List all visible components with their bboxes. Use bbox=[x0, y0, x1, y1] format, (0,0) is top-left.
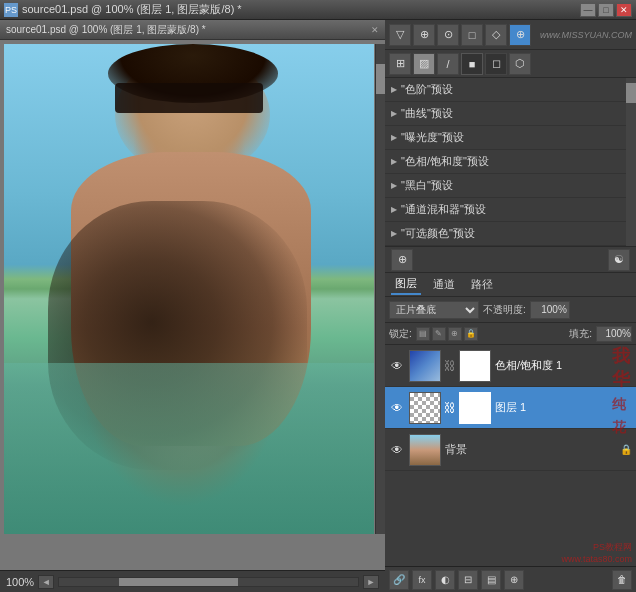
lock-icons-group: ▤ ✎ ⊕ 🔒 bbox=[416, 327, 478, 341]
lock-transparent-btn[interactable]: ▤ bbox=[416, 327, 430, 341]
canvas-wrapper[interactable] bbox=[0, 40, 385, 570]
title-bar: PS source01.psd @ 100% (图层 1, 图层蒙版/8) * … bbox=[0, 0, 636, 20]
adj-container: ▶ "色阶"预设 ▶ "曲线"预设 ▶ "曝光度"预设 ▶ "色相/饱和度"预设 bbox=[385, 78, 636, 246]
new-group-btn[interactable]: ▤ bbox=[481, 570, 501, 590]
app-icon-label: PS bbox=[5, 5, 17, 15]
tool2-6[interactable]: ⬡ bbox=[509, 53, 531, 75]
adj-item-selective-color[interactable]: ▶ "可选颜色"预设 bbox=[385, 222, 626, 246]
fill-input[interactable] bbox=[596, 326, 632, 342]
blend-mode-row: 正片叠底 正常 溶解 滤色 不透明度: bbox=[385, 297, 636, 323]
add-style-btn[interactable]: fx bbox=[412, 570, 432, 590]
adj-arrow-6: ▶ bbox=[391, 205, 397, 214]
adj-label-6: "通道混和器"预设 bbox=[401, 202, 486, 217]
layer-mask-layer1 bbox=[459, 392, 491, 424]
tool2-1[interactable]: ⊞ bbox=[389, 53, 411, 75]
tool2-4[interactable]: ■ bbox=[461, 53, 483, 75]
layer-chain-layer1: ⛓ bbox=[445, 392, 455, 424]
second-toolbar: ⊞ ▨ / ■ ◻ ⬡ bbox=[385, 50, 636, 78]
tool2-3[interactable]: / bbox=[437, 53, 459, 75]
scrollbar-thumb-v[interactable] bbox=[376, 64, 385, 94]
adj-item-hue[interactable]: ▶ "色相/饱和度"预设 bbox=[385, 150, 626, 174]
person-silhouette bbox=[4, 44, 374, 534]
maximize-button[interactable]: □ bbox=[598, 3, 614, 17]
layer-info-bg: 背景 bbox=[445, 442, 616, 457]
panel-icons-row: ⊕ ☯ bbox=[385, 247, 636, 273]
layer-info-hue: 色相/饱和度 1 bbox=[495, 358, 632, 373]
window-title: source01.psd @ 100% (图层 1, 图层蒙版/8) * bbox=[22, 2, 576, 17]
lock-move-btn[interactable]: ⊕ bbox=[448, 327, 462, 341]
adj-item-channel-mixer[interactable]: ▶ "通道混和器"预设 bbox=[385, 198, 626, 222]
adj-item-curves[interactable]: ▶ "曲线"预设 bbox=[385, 102, 626, 126]
layer-mask-hue bbox=[459, 350, 491, 382]
opacity-input[interactable] bbox=[530, 301, 570, 319]
delete-layer-btn[interactable]: 🗑 bbox=[612, 570, 632, 590]
layer-lock-icon: 🔒 bbox=[620, 443, 632, 457]
clone-tool-btn[interactable]: □ bbox=[461, 24, 483, 46]
adj-list: ▶ "色阶"预设 ▶ "曲线"预设 ▶ "曝光度"预设 ▶ "色相/饱和度"预设 bbox=[385, 78, 626, 246]
tab-paths[interactable]: 路径 bbox=[467, 275, 497, 294]
zoom-level: 100% bbox=[6, 576, 34, 588]
arrow-tool-btn[interactable]: ▽ bbox=[389, 24, 411, 46]
vertical-scrollbar[interactable] bbox=[375, 44, 385, 534]
eraser-tool-btn[interactable]: ◇ bbox=[485, 24, 507, 46]
tool2-2[interactable]: ▨ bbox=[413, 53, 435, 75]
close-button[interactable]: ✕ bbox=[616, 3, 632, 17]
adj-label-1: "色阶"预设 bbox=[401, 82, 453, 97]
horizontal-scrollbar[interactable] bbox=[58, 577, 359, 587]
layer-visibility-bg[interactable]: 👁 bbox=[389, 442, 405, 458]
lock-label: 锁定: bbox=[389, 327, 412, 341]
ps-tutorial-watermark: PS教程网 www.tatas80.com bbox=[561, 541, 632, 564]
scroll-right-button[interactable]: ► bbox=[363, 575, 379, 589]
adj-item-bw[interactable]: ▶ "黑白"预设 bbox=[385, 174, 626, 198]
status-bar: 100% ◄ ► bbox=[0, 570, 385, 592]
layer-item-background[interactable]: 👁 背景 🔒 bbox=[385, 429, 636, 471]
pen-tool-btn[interactable]: ⊕ bbox=[509, 24, 531, 46]
panel-icon-1[interactable]: ⊕ bbox=[391, 249, 413, 271]
panel-icon-2[interactable]: ☯ bbox=[608, 249, 630, 271]
layer-name-hue: 色相/饱和度 1 bbox=[495, 358, 632, 373]
adj-item-exposure[interactable]: ▶ "曝光度"预设 bbox=[385, 126, 626, 150]
photo-canvas bbox=[4, 44, 374, 534]
layer-item-layer1[interactable]: 👁 ⛓ 图层 1 bbox=[385, 387, 636, 429]
ps-watermark-line2: www.tatas80.com bbox=[561, 554, 632, 564]
adj-arrow-5: ▶ bbox=[391, 181, 397, 190]
layer-thumb-bg bbox=[409, 434, 441, 466]
fill-label: 填充: bbox=[569, 327, 592, 341]
blend-mode-select[interactable]: 正片叠底 正常 溶解 滤色 bbox=[389, 301, 479, 319]
doc-close-icon[interactable]: ✕ bbox=[371, 25, 379, 35]
layer-name-bg: 背景 bbox=[445, 442, 616, 457]
new-layer-btn[interactable]: ⊕ bbox=[504, 570, 524, 590]
h-scrollbar-thumb bbox=[119, 578, 239, 586]
tab-layers[interactable]: 图层 bbox=[391, 274, 421, 295]
layer-name-layer1: 图层 1 bbox=[495, 400, 632, 415]
top-toolbar: ▽ ⊕ ⊙ □ ◇ ⊕ www.MISSYUAN.COM bbox=[385, 20, 636, 50]
layer-item-hue-sat[interactable]: 👁 ⛓ 色相/饱和度 1 bbox=[385, 345, 636, 387]
layer-visibility-hue[interactable]: 👁 bbox=[389, 358, 405, 374]
main-layout: source01.psd @ 100% (图层 1, 图层蒙版/8) * ✕ bbox=[0, 20, 636, 592]
add-adjustment-btn[interactable]: ⊟ bbox=[458, 570, 478, 590]
layers-header: 图层 通道 路径 bbox=[385, 273, 636, 297]
layer-visibility-layer1[interactable]: 👁 bbox=[389, 400, 405, 416]
water-area bbox=[4, 363, 374, 535]
crop-tool-btn[interactable]: ⊕ bbox=[413, 24, 435, 46]
watermark-label: www.MISSYUAN.COM bbox=[540, 30, 632, 40]
link-layers-btn[interactable]: 🔗 bbox=[389, 570, 409, 590]
tool2-5[interactable]: ◻ bbox=[485, 53, 507, 75]
adj-arrow-3: ▶ bbox=[391, 133, 397, 142]
doc-title: source01.psd @ 100% (图层 1, 图层蒙版/8) * bbox=[6, 23, 367, 37]
adj-arrow-2: ▶ bbox=[391, 109, 397, 118]
ps-watermark-line1: PS教程网 bbox=[561, 541, 632, 554]
scroll-left-button[interactable]: ◄ bbox=[38, 575, 54, 589]
add-mask-btn[interactable]: ◐ bbox=[435, 570, 455, 590]
layers-list[interactable]: 👁 ⛓ 色相/饱和度 1 👁 ⛓ 图层 1 👁 bbox=[385, 345, 636, 566]
heal-tool-btn[interactable]: ⊙ bbox=[437, 24, 459, 46]
tab-channels[interactable]: 通道 bbox=[429, 275, 459, 294]
lock-all-btn[interactable]: 🔒 bbox=[464, 327, 478, 341]
adj-scrollbar[interactable] bbox=[626, 78, 636, 246]
adj-label-3: "曝光度"预设 bbox=[401, 130, 464, 145]
lock-paint-btn[interactable]: ✎ bbox=[432, 327, 446, 341]
adjustments-panel: ▶ "色阶"预设 ▶ "曲线"预设 ▶ "曝光度"预设 ▶ "色相/饱和度"预设 bbox=[385, 78, 636, 247]
photo-background bbox=[4, 44, 374, 534]
adj-item-levels[interactable]: ▶ "色阶"预设 bbox=[385, 78, 626, 102]
minimize-button[interactable]: — bbox=[580, 3, 596, 17]
